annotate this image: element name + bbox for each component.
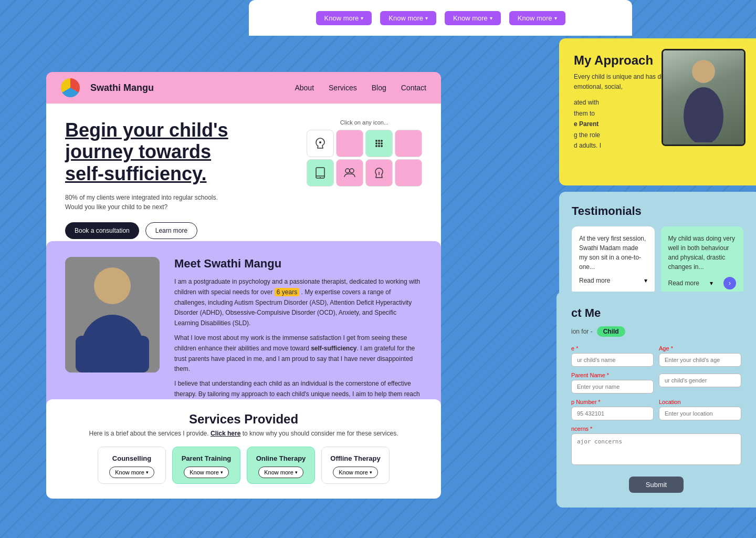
logo-icon [61,78,80,97]
location-field-group: Location [659,399,741,420]
contact-title: ct Me [571,306,741,320]
age-input[interactable] [659,353,741,367]
approach-text-5: d adults. I [574,142,601,149]
service-online-btn[interactable]: Know more [258,467,303,478]
gender-field-group [659,372,741,394]
concerns-label: ncerns * [571,426,741,432]
svg-point-0 [692,60,715,83]
icon-grid [307,130,422,187]
learn-more-button[interactable]: Learn more [145,222,197,239]
know-more-btn-3[interactable]: Know more [445,11,501,25]
service-offline-btn[interactable]: Know more [333,467,378,478]
icon-cell-dots[interactable] [365,130,393,157]
contact-tab-child[interactable]: Child [597,326,625,337]
approach-text-3: e Parent [574,120,598,128]
parent-label: Parent Name * [571,372,654,378]
svg-point-11 [375,145,377,147]
service-counselling-title: Counselling [103,454,160,462]
meet-title: Meet Swathi Mangu [174,257,422,271]
parent-field-group: Parent Name * [571,372,654,394]
testimonial-footer-1: Read more ▾ [579,277,647,284]
hero-buttons: Book a consultation Learn more [65,222,296,239]
contact-form: e * Age * Parent Name * p Number * [571,345,741,493]
icon-cell-pink-3[interactable] [395,159,422,187]
icon-grid-area: Click on any icon... [307,119,422,239]
hero-title-underline: self-sufficiency. [65,163,206,184]
book-consultation-button[interactable]: Book a consultation [65,222,139,239]
location-label: Location [659,399,741,405]
submit-row: Submit [571,472,741,493]
service-card-parent: Parent Training Know more [172,447,240,484]
navbar: Swathi Mangu About Services Blog Contact [46,72,441,104]
know-more-btn-1[interactable]: Know more [316,11,372,25]
contact-section: ct Me ion for - Child e * Age * Parent N… [556,292,756,508]
service-card-counselling: Counselling Know more [98,447,166,484]
know-more-top-bar: Know more Know more Know more Know more [249,0,632,36]
svg-point-9 [378,142,380,144]
next-testimonial-btn[interactable]: › [723,277,736,289]
svg-point-13 [381,145,383,147]
testimonial-text-2: My child was doing very well in both beh… [668,234,737,272]
icon-cell-group[interactable] [336,159,363,187]
gender-input[interactable] [659,374,741,387]
testimonial-footer-2: Read more ▾ › [668,277,737,289]
svg-point-16 [320,177,321,178]
approach-photo [662,49,746,146]
nav-blog[interactable]: Blog [372,84,386,92]
hero-subtitle: 80% of my clients were integrated into r… [65,193,296,212]
testimonials-title: Testimonials [572,204,743,218]
read-more-link-2[interactable]: Read more [668,280,699,287]
age-field-group: Age * [659,345,741,367]
svg-point-12 [378,145,380,147]
svg-point-6 [378,140,380,142]
parent-input[interactable] [571,380,654,394]
hero-section: Begin your child's journey towards self-… [46,104,441,255]
hero-left: Begin your child's journey towards self-… [65,119,296,239]
icon-cell-pink-2[interactable] [395,130,422,157]
nav-about[interactable]: About [295,84,314,92]
service-online-title: Online Therapy [253,454,309,462]
approach-text-2: them to [574,110,595,117]
svg-rect-24 [131,336,149,373]
svg-rect-2 [688,100,699,132]
svg-point-5 [375,140,377,142]
svg-point-10 [381,142,383,144]
svg-point-17 [345,169,350,173]
icon-grid-label: Click on any icon... [307,119,422,126]
svg-point-4 [319,141,321,143]
contact-tabs: ion for - Child [571,326,741,337]
icon-cell-brain[interactable] [365,159,393,187]
know-more-btn-4[interactable]: Know more [509,11,565,25]
icon-cell-tablet[interactable] [307,159,334,187]
services-title: Services Provided [65,412,422,427]
svg-rect-14 [316,168,324,178]
svg-rect-3 [708,100,719,132]
location-input[interactable] [659,407,741,420]
svg-rect-23 [76,336,94,373]
services-subtitle: Here is a brief about the services I pro… [65,430,422,437]
nav-links: About Services Blog Contact [295,83,426,92]
read-more-link-1[interactable]: Read more [579,277,610,284]
know-more-btn-2[interactable]: Know more [380,11,436,25]
child-name-input[interactable] [571,353,654,367]
approach-text-4: g the role [574,131,600,139]
icon-cell-ear[interactable] [307,130,334,157]
service-card-offline: Offline Therapy Know more [321,447,390,484]
concerns-textarea[interactable] [571,433,741,465]
click-here-link[interactable]: Click here [211,430,240,437]
name-field-group: e * [571,345,654,367]
testimonials-section: Testimonials At the very first session, … [559,192,756,307]
phone-input[interactable] [571,407,654,420]
testimonial-text-1: At the very first session, Swathi Madam … [579,234,647,272]
service-parent-btn[interactable]: Know more [184,467,229,478]
hero-title: Begin your child's journey towards self-… [65,119,296,184]
service-counselling-btn[interactable]: Know more [109,467,154,478]
nav-services[interactable]: Services [329,84,357,92]
svg-point-21 [94,267,131,304]
service-offline-title: Offline Therapy [327,454,384,462]
brand-name: Swathi Mangu [90,82,154,94]
submit-button[interactable]: Submit [629,477,684,493]
icon-cell-pink-1[interactable] [336,130,363,157]
nav-contact[interactable]: Contact [401,84,426,92]
approach-text-1: ated with [574,99,599,106]
